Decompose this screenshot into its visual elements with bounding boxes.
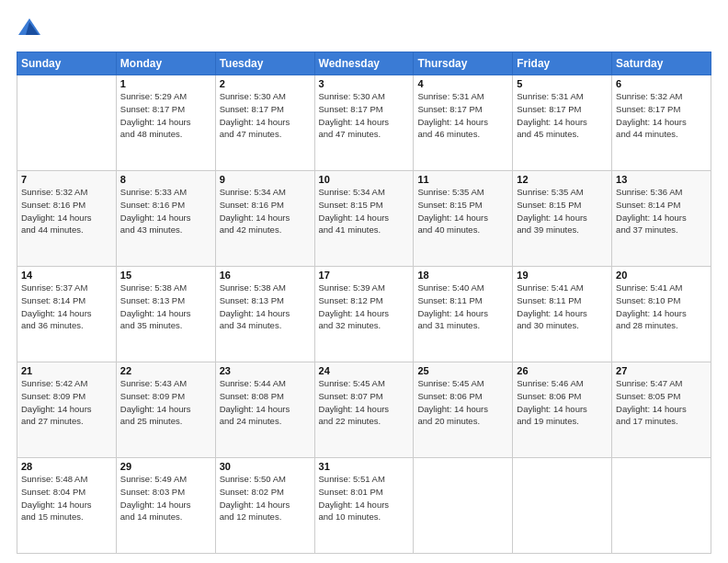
- calendar-cell: 21Sunrise: 5:42 AM Sunset: 8:09 PM Dayli…: [17, 362, 117, 458]
- weekday-row: SundayMondayTuesdayWednesdayThursdayFrid…: [17, 52, 711, 75]
- weekday-header: Thursday: [414, 52, 513, 75]
- calendar-cell: [513, 458, 612, 554]
- calendar-week-row: 28Sunrise: 5:48 AM Sunset: 8:04 PM Dayli…: [17, 458, 711, 554]
- day-info: Sunrise: 5:29 AM Sunset: 8:17 PM Dayligh…: [120, 90, 211, 141]
- calendar-cell: [612, 458, 711, 554]
- day-number: 16: [220, 270, 311, 281]
- logo-icon: [17, 17, 42, 42]
- calendar-cell: 16Sunrise: 5:38 AM Sunset: 8:13 PM Dayli…: [215, 267, 314, 362]
- calendar-cell: 30Sunrise: 5:50 AM Sunset: 8:02 PM Dayli…: [215, 458, 314, 554]
- day-number: 3: [319, 78, 410, 89]
- day-info: Sunrise: 5:45 AM Sunset: 8:06 PM Dayligh…: [417, 377, 508, 428]
- day-number: 28: [21, 461, 112, 472]
- calendar-week-row: 21Sunrise: 5:42 AM Sunset: 8:09 PM Dayli…: [17, 362, 711, 458]
- calendar-cell: 31Sunrise: 5:51 AM Sunset: 8:01 PM Dayli…: [314, 458, 414, 554]
- day-number: 20: [616, 270, 707, 281]
- calendar-cell: 6Sunrise: 5:32 AM Sunset: 8:17 PM Daylig…: [612, 75, 711, 171]
- day-number: 19: [517, 270, 608, 281]
- day-info: Sunrise: 5:38 AM Sunset: 8:13 PM Dayligh…: [120, 282, 211, 332]
- day-number: 17: [319, 270, 410, 281]
- day-number: 4: [417, 78, 508, 89]
- day-info: Sunrise: 5:34 AM Sunset: 8:16 PM Dayligh…: [220, 186, 311, 236]
- day-info: Sunrise: 5:32 AM Sunset: 8:16 PM Dayligh…: [21, 186, 112, 236]
- day-number: 31: [319, 461, 410, 472]
- calendar-cell: 20Sunrise: 5:41 AM Sunset: 8:10 PM Dayli…: [612, 267, 711, 362]
- calendar-cell: 28Sunrise: 5:48 AM Sunset: 8:04 PM Dayli…: [17, 458, 117, 554]
- calendar-week-row: 1Sunrise: 5:29 AM Sunset: 8:17 PM Daylig…: [17, 75, 711, 171]
- day-info: Sunrise: 5:50 AM Sunset: 8:02 PM Dayligh…: [220, 473, 311, 523]
- logo: [17, 17, 46, 42]
- day-info: Sunrise: 5:34 AM Sunset: 8:15 PM Dayligh…: [319, 186, 410, 236]
- calendar-cell: 12Sunrise: 5:35 AM Sunset: 8:15 PM Dayli…: [513, 171, 612, 267]
- day-number: 25: [417, 365, 508, 376]
- calendar-header: SundayMondayTuesdayWednesdayThursdayFrid…: [17, 52, 711, 75]
- day-number: 2: [220, 78, 311, 89]
- calendar-cell: 24Sunrise: 5:45 AM Sunset: 8:07 PM Dayli…: [314, 362, 414, 458]
- day-info: Sunrise: 5:30 AM Sunset: 8:17 PM Dayligh…: [319, 90, 410, 141]
- day-info: Sunrise: 5:38 AM Sunset: 8:13 PM Dayligh…: [220, 282, 311, 332]
- day-number: 11: [417, 174, 508, 185]
- calendar-cell: 11Sunrise: 5:35 AM Sunset: 8:15 PM Dayli…: [414, 171, 513, 267]
- day-number: 15: [120, 270, 211, 281]
- calendar-cell: 22Sunrise: 5:43 AM Sunset: 8:09 PM Dayli…: [116, 362, 215, 458]
- calendar-cell: 5Sunrise: 5:31 AM Sunset: 8:17 PM Daylig…: [513, 75, 612, 171]
- calendar-cell: [414, 458, 513, 554]
- header: [17, 17, 711, 42]
- day-number: 30: [220, 461, 311, 472]
- day-number: 18: [417, 270, 508, 281]
- weekday-header: Wednesday: [314, 52, 414, 75]
- day-info: Sunrise: 5:35 AM Sunset: 8:15 PM Dayligh…: [417, 186, 508, 236]
- calendar-week-row: 7Sunrise: 5:32 AM Sunset: 8:16 PM Daylig…: [17, 171, 711, 267]
- day-info: Sunrise: 5:45 AM Sunset: 8:07 PM Dayligh…: [319, 377, 410, 428]
- day-info: Sunrise: 5:41 AM Sunset: 8:11 PM Dayligh…: [517, 282, 608, 332]
- day-info: Sunrise: 5:46 AM Sunset: 8:06 PM Dayligh…: [517, 377, 608, 428]
- calendar-cell: 15Sunrise: 5:38 AM Sunset: 8:13 PM Dayli…: [116, 267, 215, 362]
- day-info: Sunrise: 5:42 AM Sunset: 8:09 PM Dayligh…: [21, 377, 112, 428]
- calendar-cell: 14Sunrise: 5:37 AM Sunset: 8:14 PM Dayli…: [17, 267, 117, 362]
- day-info: Sunrise: 5:30 AM Sunset: 8:17 PM Dayligh…: [220, 90, 311, 141]
- day-info: Sunrise: 5:33 AM Sunset: 8:16 PM Dayligh…: [120, 186, 211, 236]
- day-number: 5: [517, 78, 608, 89]
- day-number: 10: [319, 174, 410, 185]
- day-info: Sunrise: 5:37 AM Sunset: 8:14 PM Dayligh…: [21, 282, 112, 332]
- day-number: 21: [21, 365, 112, 376]
- day-info: Sunrise: 5:41 AM Sunset: 8:10 PM Dayligh…: [616, 282, 707, 332]
- day-number: 9: [220, 174, 311, 185]
- day-info: Sunrise: 5:32 AM Sunset: 8:17 PM Dayligh…: [616, 90, 707, 141]
- weekday-header: Friday: [513, 52, 612, 75]
- calendar-body: 1Sunrise: 5:29 AM Sunset: 8:17 PM Daylig…: [17, 75, 711, 554]
- day-number: 29: [120, 461, 211, 472]
- calendar-cell: 1Sunrise: 5:29 AM Sunset: 8:17 PM Daylig…: [116, 75, 215, 171]
- day-number: 22: [120, 365, 211, 376]
- calendar-cell: 8Sunrise: 5:33 AM Sunset: 8:16 PM Daylig…: [116, 171, 215, 267]
- day-info: Sunrise: 5:43 AM Sunset: 8:09 PM Dayligh…: [120, 377, 211, 428]
- calendar-cell: 26Sunrise: 5:46 AM Sunset: 8:06 PM Dayli…: [513, 362, 612, 458]
- day-info: Sunrise: 5:36 AM Sunset: 8:14 PM Dayligh…: [616, 186, 707, 236]
- day-number: 27: [616, 365, 707, 376]
- day-info: Sunrise: 5:39 AM Sunset: 8:12 PM Dayligh…: [319, 282, 410, 332]
- day-info: Sunrise: 5:31 AM Sunset: 8:17 PM Dayligh…: [517, 90, 608, 141]
- day-info: Sunrise: 5:31 AM Sunset: 8:17 PM Dayligh…: [417, 90, 508, 141]
- calendar-cell: 18Sunrise: 5:40 AM Sunset: 8:11 PM Dayli…: [414, 267, 513, 362]
- calendar-cell: 25Sunrise: 5:45 AM Sunset: 8:06 PM Dayli…: [414, 362, 513, 458]
- calendar-cell: [17, 75, 117, 171]
- weekday-header: Monday: [116, 52, 215, 75]
- calendar-cell: 9Sunrise: 5:34 AM Sunset: 8:16 PM Daylig…: [215, 171, 314, 267]
- calendar-cell: 29Sunrise: 5:49 AM Sunset: 8:03 PM Dayli…: [116, 458, 215, 554]
- day-number: 12: [517, 174, 608, 185]
- calendar-table: SundayMondayTuesdayWednesdayThursdayFrid…: [17, 52, 711, 554]
- day-info: Sunrise: 5:44 AM Sunset: 8:08 PM Dayligh…: [220, 377, 311, 428]
- calendar-cell: 23Sunrise: 5:44 AM Sunset: 8:08 PM Dayli…: [215, 362, 314, 458]
- day-number: 7: [21, 174, 112, 185]
- day-number: 14: [21, 270, 112, 281]
- day-number: 26: [517, 365, 608, 376]
- day-info: Sunrise: 5:48 AM Sunset: 8:04 PM Dayligh…: [21, 473, 112, 523]
- calendar-cell: 4Sunrise: 5:31 AM Sunset: 8:17 PM Daylig…: [414, 75, 513, 171]
- day-info: Sunrise: 5:40 AM Sunset: 8:11 PM Dayligh…: [417, 282, 508, 332]
- calendar-cell: 27Sunrise: 5:47 AM Sunset: 8:05 PM Dayli…: [612, 362, 711, 458]
- weekday-header: Saturday: [612, 52, 711, 75]
- calendar-cell: 19Sunrise: 5:41 AM Sunset: 8:11 PM Dayli…: [513, 267, 612, 362]
- page: SundayMondayTuesdayWednesdayThursdayFrid…: [0, 0, 728, 563]
- weekday-header: Tuesday: [215, 52, 314, 75]
- calendar-cell: 7Sunrise: 5:32 AM Sunset: 8:16 PM Daylig…: [17, 171, 117, 267]
